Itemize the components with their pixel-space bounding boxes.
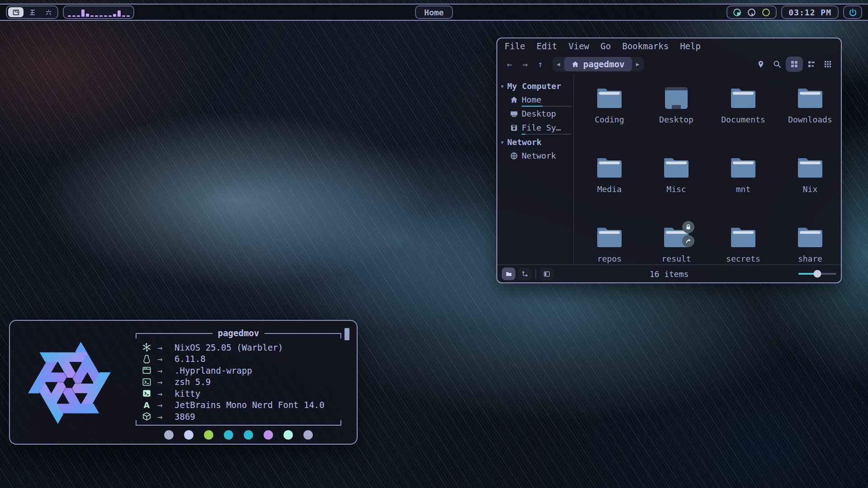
terminal-color-swatch xyxy=(283,430,293,440)
visualizer-bar xyxy=(108,15,112,17)
folder-item-desktop[interactable]: Desktop xyxy=(643,84,710,154)
search-button[interactable] xyxy=(769,56,785,72)
folder-item-misc[interactable]: Misc xyxy=(643,154,710,224)
visualizer-bar xyxy=(68,15,71,17)
usage-bar xyxy=(522,106,571,107)
back-button[interactable]: ← xyxy=(503,57,516,71)
fetch-value: 3869 xyxy=(175,412,195,422)
folder-item-share[interactable]: share xyxy=(777,224,841,264)
menu-help[interactable]: Help xyxy=(680,41,701,51)
folder-icon xyxy=(662,155,691,180)
workspace-switcher[interactable] xyxy=(6,5,58,19)
arrow-icon: → xyxy=(157,343,175,352)
up-button[interactable]: ↑ xyxy=(533,57,547,71)
system-gauges[interactable] xyxy=(726,5,777,19)
visualizer-bar xyxy=(104,15,107,17)
fetch-row: →kitty xyxy=(142,388,338,399)
visualizer-bar xyxy=(127,15,130,17)
chevron-down-icon: ▾ xyxy=(501,139,504,145)
monitor-icon xyxy=(510,110,518,118)
visualizer-bar xyxy=(99,15,103,17)
file-manager-body: ▾My ComputerHomeDesktopFile Sy…▾NetworkN… xyxy=(497,75,841,264)
sidebar-item-home[interactable]: Home xyxy=(497,93,573,106)
folder-view[interactable]: Coding Desktop Documents Downloads Media… xyxy=(573,75,841,264)
menu-go[interactable]: Go xyxy=(600,41,611,51)
arrow-icon: → xyxy=(157,389,175,399)
arrow-icon: → xyxy=(157,400,175,410)
package-cube-icon xyxy=(142,412,157,421)
folder-item-repos[interactable]: repos xyxy=(576,224,643,264)
topbar-right: 03:12 PM xyxy=(724,5,864,19)
folder-label: Downloads xyxy=(788,115,832,124)
path-bar: ◂ pagedmov ▸ xyxy=(552,57,644,71)
clock[interactable]: 03:12 PM xyxy=(781,5,839,19)
visualizer-bar xyxy=(81,9,85,17)
home-icon xyxy=(571,61,579,68)
folder-label: result xyxy=(661,254,691,263)
sidebar-item-desktop[interactable]: Desktop xyxy=(497,107,573,120)
sidebar-item-label: Network xyxy=(522,151,556,160)
folder-item-downloads[interactable]: Downloads xyxy=(777,84,841,154)
usage-bar xyxy=(522,134,571,135)
terminal-color-swatch xyxy=(204,430,213,440)
view-compact-button[interactable] xyxy=(820,56,835,72)
workspace-3[interactable] xyxy=(41,7,56,17)
sidebar-item-network[interactable]: Network xyxy=(497,149,573,162)
section-label: Network xyxy=(507,137,542,147)
menu-view[interactable]: View xyxy=(569,41,590,51)
link-emblem-icon xyxy=(682,235,694,247)
folder-item-media[interactable]: Media xyxy=(576,154,643,224)
menu-edit[interactable]: Edit xyxy=(537,41,557,51)
view-list-button[interactable] xyxy=(804,56,819,72)
view-grid-button[interactable] xyxy=(786,56,803,72)
folder-label: Desktop xyxy=(659,115,693,124)
lock-emblem-icon xyxy=(682,221,694,233)
folder-item-mnt[interactable]: mnt xyxy=(710,154,777,224)
folder-icon xyxy=(729,155,758,180)
visualizer-bar xyxy=(113,14,116,17)
file-manager-window: FileEditViewGoBookmarksHelp ← → ↑ ◂ page… xyxy=(496,38,842,283)
icon-zoom-slider[interactable] xyxy=(798,273,836,275)
folder-item-coding[interactable]: Coding xyxy=(576,84,643,154)
folder-item-nix[interactable]: Nix xyxy=(777,154,841,224)
chevron-down-icon: ▾ xyxy=(501,83,504,89)
tab-scroll-right-icon[interactable]: ▸ xyxy=(632,60,644,68)
terminal-color-swatch xyxy=(164,430,174,440)
folder-item-result[interactable]: result xyxy=(643,224,710,264)
frame-corner xyxy=(340,420,341,426)
folder-item-documents[interactable]: Documents xyxy=(710,84,777,154)
forward-button[interactable]: → xyxy=(518,57,532,71)
active-window-title[interactable]: Home xyxy=(415,5,453,19)
fetch-row: →zsh 5.9 xyxy=(142,376,338,388)
workspace-2[interactable] xyxy=(24,7,40,17)
power-button[interactable] xyxy=(843,5,862,19)
sidebar-item-filesy[interactable]: File Sy… xyxy=(497,121,573,134)
fetch-value: JetBrains Mono Nerd Font 14.0 xyxy=(175,400,325,410)
power-icon xyxy=(849,8,857,17)
folder-item-secrets[interactable]: secrets xyxy=(710,224,777,264)
arrow-icon: → xyxy=(157,366,175,375)
workspace-1[interactable] xyxy=(8,7,24,17)
section-label: My Computer xyxy=(507,81,561,91)
fetch-value: 6.11.8 xyxy=(175,354,206,364)
folder-label: Misc xyxy=(666,184,686,194)
sidebar-item-label: Home xyxy=(522,95,541,104)
fetch-row: →.Hyprland-wrapp xyxy=(142,365,338,376)
visualizer-bar xyxy=(122,15,125,17)
fetch-value: NixOS 25.05 (Warbler) xyxy=(175,343,283,352)
sidebar-section-network[interactable]: ▾Network xyxy=(497,135,573,149)
arrow-icon: → xyxy=(157,412,175,422)
sidebar-section-my-computer[interactable]: ▾My Computer xyxy=(497,79,573,93)
status-bar: 16 items xyxy=(497,264,841,282)
slider-knob[interactable] xyxy=(814,270,821,278)
current-path-tab[interactable]: pagedmov xyxy=(564,57,632,71)
gauge-teal-icon xyxy=(733,8,741,17)
fastfetch-panel: pagedmov →NixOS 25.05 (Warbler)→6.11.8→.… xyxy=(9,320,358,445)
terminal-color-swatch xyxy=(244,430,253,440)
menu-file[interactable]: File xyxy=(505,41,525,51)
clock-label: 03:12 PM xyxy=(788,8,831,17)
menu-bookmarks[interactable]: Bookmarks xyxy=(622,41,669,51)
pin-button[interactable] xyxy=(753,56,769,72)
tab-scroll-left-icon[interactable]: ◂ xyxy=(552,60,564,68)
folder-icon xyxy=(729,85,758,111)
